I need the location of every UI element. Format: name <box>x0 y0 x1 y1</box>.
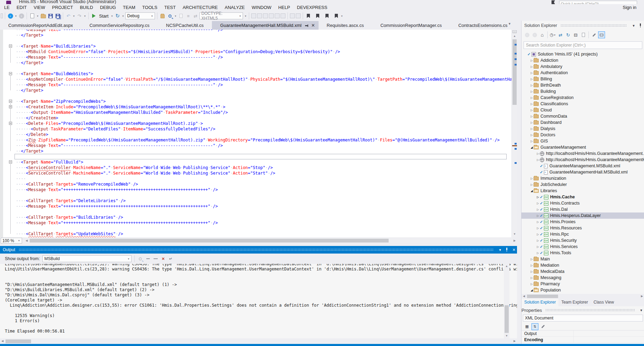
tree-item-doctors[interactable]: ▷Doctors <box>521 132 644 138</box>
tree-item-main[interactable]: ▷Main <box>521 256 644 262</box>
window-position-icon[interactable]: ▾ <box>497 248 503 252</box>
undo-dropdown-icon[interactable]: ▾ <box>72 14 75 18</box>
format-button-5[interactable] <box>275 13 280 18</box>
tree-horizontal-scrollbar[interactable]: ◀ ▶ <box>521 294 644 299</box>
chevron-collapsed-icon[interactable]: ▷ <box>536 251 540 255</box>
home-icon[interactable]: ⌂ <box>539 31 546 38</box>
tree-item-hmis-dal[interactable]: ▷✓C#Hmis.Dal <box>521 206 644 212</box>
start-debug-button[interactable] <box>91 13 97 19</box>
indent-button[interactable]: ⇄ <box>192 13 198 19</box>
chevron-collapsed-icon[interactable]: ▷ <box>536 239 540 242</box>
tree-item-hmis-tools[interactable]: ▷✓C#Hmis.Tools <box>521 250 644 256</box>
chevron-collapsed-icon[interactable]: ▷ <box>536 196 540 199</box>
new-file-button[interactable] <box>29 13 35 19</box>
chevron-collapsed-icon[interactable]: ▷ <box>536 214 540 217</box>
output-scroll-right-icon[interactable]: ▶ <box>512 339 517 344</box>
chevron-collapsed-icon[interactable]: ▷ <box>530 78 534 81</box>
tree-item-medicaldata[interactable]: ▷MedicalData <box>521 268 644 275</box>
menu-item-tools[interactable]: TOOLS <box>139 4 161 11</box>
doctype-overflow-icon[interactable]: ▾ <box>244 14 247 18</box>
tool-tab-class-view[interactable]: Class View <box>591 299 617 306</box>
navigate-back-dropdown-icon[interactable]: ▾ <box>14 14 17 18</box>
uncomment-button[interactable] <box>296 13 301 18</box>
tree-item-authentication[interactable]: ▷Authentication <box>521 70 644 76</box>
tree-item-building[interactable]: ▷Building <box>521 88 644 95</box>
tree-item-cloud[interactable]: ▷Cloud <box>521 107 644 113</box>
tree-item-hmis-resources[interactable]: ▷✓C#Hmis.Resources <box>521 225 644 231</box>
save-button[interactable] <box>47 13 53 19</box>
tree-hscrollbar-thumb[interactable] <box>527 295 558 298</box>
chevron-expanded-icon[interactable]: ◢ <box>530 146 534 149</box>
output-scrollbar-thumb[interactable] <box>505 305 509 333</box>
sign-in-link[interactable]: Sign in <box>623 5 636 10</box>
tree-item-jobscheduler[interactable]: ▷JobScheduler <box>521 181 644 188</box>
format-button-2[interactable] <box>257 13 262 18</box>
pending-changes-filter-icon[interactable]: ◷▾ <box>549 31 556 38</box>
tree-item-guaranteemanagement-msbuild-xml[interactable]: ✓GuaranteeManagement.MSBuild.xml <box>521 163 644 169</box>
editor-hscrollbar-thumb[interactable] <box>30 239 389 243</box>
tree-item-http-localhost-hmis-hmis-guaranteemanage[interactable]: ▷http://localhost/Hmis/Hmis.GuaranteeMan… <box>521 157 644 163</box>
chevron-collapsed-icon[interactable]: ▷ <box>530 65 534 68</box>
chevron-collapsed-icon[interactable]: ▷ <box>530 71 534 75</box>
tree-item-dashboard[interactable]: ▷Dashboard <box>521 119 644 126</box>
tree-item-solution-hmis-iis-41-projects-[interactable]: ✓Solution 'Hmis.IIS' (41 projects) <box>521 51 644 57</box>
scroll-up-icon[interactable]: ▲ <box>512 34 517 39</box>
redo-button[interactable]: ↷ <box>76 13 82 19</box>
tree-item-gis[interactable]: ▷GIS <box>521 138 644 144</box>
editor-vertical-scrollbar[interactable]: ▲ ▼ <box>511 30 517 237</box>
tool-tab-solution-explorer[interactable]: Solution Explorer <box>521 299 558 306</box>
clear-bookmarks-button[interactable] <box>333 13 339 19</box>
output-vertical-scrollbar[interactable]: ▲ ▼ <box>504 264 509 338</box>
refresh-icon[interactable]: ↻ <box>565 31 572 38</box>
bookmark-overflow-icon[interactable]: ▾ <box>340 14 343 18</box>
menu-item-view[interactable]: VIEW <box>30 4 49 11</box>
property-row-output[interactable]: Output <box>521 330 644 337</box>
chevron-collapsed-icon[interactable]: ▷ <box>530 96 534 99</box>
find-in-files-button[interactable] <box>159 13 166 19</box>
document-tab[interactable]: ContractsEsxtensions.cs <box>450 21 516 30</box>
fold-collapse-box[interactable] <box>9 45 12 48</box>
fold-collapse-box[interactable] <box>9 100 12 103</box>
scroll-down-icon[interactable]: ▼ <box>512 232 517 237</box>
menu-item-team[interactable]: TEAM <box>119 4 139 11</box>
tree-item-hmis-rpc[interactable]: ▷✓C#Hmis.Rpc <box>521 231 644 237</box>
panel-drag-grip[interactable] <box>19 248 494 251</box>
sync-with-active-document-icon[interactable]: ⇄ <box>557 31 564 38</box>
property-pages-icon[interactable] <box>539 323 546 330</box>
open-file-button[interactable] <box>40 13 46 19</box>
chevron-collapsed-icon[interactable]: ▷ <box>530 258 534 261</box>
chevron-collapsed-icon[interactable]: ▷ <box>536 227 540 230</box>
output-source-combo[interactable]: MSBuild▾ <box>42 255 131 262</box>
show-all-files-icon[interactable] <box>580 31 587 38</box>
menu-item-build[interactable]: BUILD <box>76 4 96 11</box>
tab-close-icon[interactable]: ✕ <box>311 23 315 28</box>
document-out-button[interactable] <box>178 13 184 19</box>
tree-scroll-left-icon[interactable]: ◀ <box>521 294 526 299</box>
output-panel-header[interactable]: Output ▾ ✕ <box>0 246 517 254</box>
find-dropdown-icon[interactable]: ▾ <box>174 14 177 18</box>
document-tab[interactable]: Requisites.ascx.cs <box>319 21 372 30</box>
tool-tab-team-explorer[interactable]: Team Explorer <box>558 299 591 306</box>
redo-dropdown-icon[interactable]: ▾ <box>84 14 86 18</box>
chevron-expanded-icon[interactable]: ◢ <box>530 289 534 292</box>
chevron-collapsed-icon[interactable]: ▷ <box>536 220 540 224</box>
output-scroll-down-icon[interactable]: ▼ <box>504 334 509 338</box>
menu-item-project[interactable]: PROJECT <box>49 4 77 11</box>
properties-object-combo[interactable]: XML Document <box>523 315 643 322</box>
find-button[interactable] <box>167 13 173 19</box>
chevron-collapsed-icon[interactable]: ▷ <box>530 264 534 267</box>
chevron-collapsed-icon[interactable]: ▷ <box>536 202 540 205</box>
tree-item-pharmacy[interactable]: ▷Pharmacy <box>521 281 644 287</box>
tree-item-hmis-services[interactable]: ▷✓C#Hmis.Services <box>521 244 644 250</box>
menu-item-debug[interactable]: DEBUG <box>97 4 119 11</box>
tree-item-billing[interactable]: ▷Billing <box>521 76 644 82</box>
chevron-collapsed-icon[interactable]: ▷ <box>530 115 534 118</box>
tree-item-immunization[interactable]: ▷Immunization <box>521 175 644 181</box>
restart-button[interactable]: ↻ <box>114 13 120 19</box>
toggle-word-wrap-icon[interactable]: ↵ <box>168 256 174 262</box>
clear-all-icon[interactable]: ✕ <box>160 256 166 262</box>
format-button-4[interactable] <box>269 13 274 18</box>
chevron-collapsed-icon[interactable]: ▷ <box>536 158 540 161</box>
chevron-collapsed-icon[interactable]: ▷ <box>536 245 540 248</box>
categorized-icon[interactable]: ▦ <box>524 323 530 330</box>
